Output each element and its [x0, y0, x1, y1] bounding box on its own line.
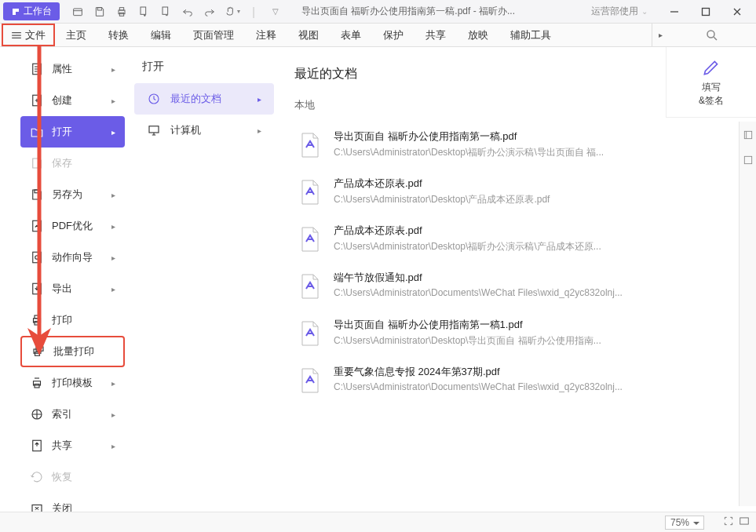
menu-overflow-arrow[interactable]: ▸ [652, 24, 668, 46]
recent-path: C:\Users\Administrator\Desktop\福昕办公演示稿\产… [334, 240, 641, 253]
menu-protect[interactable]: 保护 [372, 24, 415, 46]
document-title: 导出页面自 福昕办公使用指南第一稿.pdf - 福昕办... [301, 5, 515, 18]
file-print[interactable]: 打印 [20, 304, 125, 336]
close-button[interactable] [721, 1, 753, 23]
hand-icon[interactable]: ▾ [221, 2, 242, 22]
svg-rect-11 [35, 190, 39, 193]
redo-icon[interactable] [199, 2, 220, 22]
panel-icon-2[interactable] [743, 155, 754, 169]
file-share[interactable]: 共享▸ [20, 430, 125, 461]
menu-form[interactable]: 表单 [330, 24, 372, 46]
svg-point-14 [35, 256, 39, 260]
file-open[interactable]: 打开▸ [20, 116, 125, 148]
menu-file[interactable]: 文件 [2, 24, 55, 46]
chevron-right-icon: ▸ [257, 95, 261, 104]
remove-page-icon[interactable] [155, 2, 176, 22]
computer-item[interactable]: 计算机▸ [134, 115, 274, 146]
col2-title: 打开 [130, 60, 279, 83]
menu-share[interactable]: 共享 [415, 24, 457, 46]
divider: | [243, 2, 264, 22]
menu-convert[interactable]: 转换 [97, 24, 140, 46]
file-index[interactable]: 索引▸ [20, 399, 125, 430]
save-icon[interactable] [89, 2, 110, 22]
file-export[interactable]: 导出▸ [20, 273, 125, 304]
menu-tools[interactable]: 辅助工具 [499, 24, 562, 46]
file-menu-col3: 最近的文档 本地 导出页面自 福昕办公使用指南第一稿.pdf C:\Users\… [279, 47, 659, 530]
usage-dropdown[interactable]: 运营部使用⌄ [586, 3, 652, 20]
recent-item[interactable]: 导出页面自 福昕办公使用指南第一稿.pdf C:\Users\Administr… [294, 122, 644, 169]
minimize-button[interactable] [659, 1, 690, 23]
workbench-label: 工作台 [24, 5, 52, 18]
computer-label: 计算机 [170, 123, 201, 137]
chevron-right-icon: ▸ [111, 442, 115, 450]
maximize-button[interactable] [690, 1, 721, 23]
menu-home[interactable]: 主页 [55, 24, 97, 46]
pdf-icon [298, 365, 323, 396]
chevron-right-icon: ▸ [111, 191, 115, 199]
chevron-right-icon: ▸ [257, 126, 261, 135]
fit-page-icon[interactable] [723, 516, 734, 529]
menu-file-label: 文件 [25, 28, 46, 42]
open-icon[interactable] [68, 2, 88, 22]
file-action-wizard-label: 动作向导 [52, 250, 93, 264]
file-batch-print[interactable]: 批量打印 [20, 336, 125, 367]
zoom-select[interactable]: 75% [665, 516, 704, 530]
recent-item[interactable]: 端午节放假通知.pdf C:\Users\Administrator\Docum… [294, 263, 644, 310]
search-button[interactable] [668, 24, 756, 46]
file-action-wizard[interactable]: 动作向导▸ [20, 242, 125, 273]
svg-rect-6 [163, 7, 168, 14]
usage-label: 运营部使用 [591, 5, 638, 18]
recent-item[interactable]: 产品成本还原表.pdf C:\Users\Administrator\Deskt… [294, 216, 644, 263]
add-page-icon[interactable] [133, 2, 154, 22]
quick-access-toolbar: ▾ | ▽ [68, 2, 286, 22]
chevron-right-icon: ▸ [111, 97, 115, 105]
file-menu-panel: 属性▸ 创建▸ 打开▸ 保存 另存为▸ PDF优化▸ 动作向导▸ 导出▸ 打印 … [16, 47, 659, 530]
dropdown-icon[interactable]: ▽ [265, 2, 286, 22]
workbench-button[interactable]: 工作台 [3, 2, 60, 20]
print-icon[interactable] [111, 2, 132, 22]
recent-name: 重要气象信息专报 2024年第37期.pdf [334, 365, 641, 379]
svg-rect-18 [35, 322, 39, 326]
file-open-label: 打开 [52, 125, 72, 139]
svg-rect-7 [703, 8, 710, 15]
menu-annotate[interactable]: 注释 [245, 24, 287, 46]
menubar: 文件 主页 转换 编辑 页面管理 注释 视图 表单 保护 共享 放映 辅助工具 … [0, 24, 756, 47]
svg-rect-1 [97, 7, 101, 9]
fullscreen-icon[interactable] [739, 516, 750, 529]
file-print-label: 打印 [52, 313, 72, 327]
pdf-icon [298, 177, 323, 208]
recent-path: C:\Users\Administrator\Desktop\产品成本还原表.p… [334, 193, 641, 206]
chevron-right-icon: ▸ [111, 410, 115, 419]
svg-rect-21 [35, 352, 40, 356]
recent-name: 产品成本还原表.pdf [334, 224, 641, 238]
file-create[interactable]: 创建▸ [20, 85, 125, 116]
recent-path: C:\Users\Administrator\Documents\WeChat … [334, 381, 641, 392]
file-print-template[interactable]: 打印模板▸ [20, 367, 125, 399]
file-optimize[interactable]: PDF优化▸ [20, 210, 125, 242]
recent-path: C:\Users\Administrator\Desktop\福昕办公演示稿\导… [334, 146, 641, 159]
menu-play[interactable]: 放映 [457, 24, 499, 46]
sign-label: &签名 [699, 94, 724, 107]
recent-docs-item[interactable]: 最近的文档▸ [134, 83, 274, 115]
file-save-as[interactable]: 另存为▸ [20, 179, 125, 210]
undo-icon[interactable] [177, 2, 198, 22]
pen-icon [701, 57, 721, 78]
file-properties[interactable]: 属性▸ [20, 53, 125, 85]
file-menu-col1: 属性▸ 创建▸ 打开▸ 保存 另存为▸ PDF优化▸ 动作向导▸ 导出▸ 打印 … [16, 47, 130, 530]
menu-edit[interactable]: 编辑 [140, 24, 182, 46]
menu-view[interactable]: 视图 [287, 24, 330, 46]
fill-sign-button[interactable]: 填写 &签名 [666, 47, 756, 118]
recent-item[interactable]: 产品成本还原表.pdf C:\Users\Administrator\Deskt… [294, 169, 644, 216]
recent-name: 产品成本还原表.pdf [334, 177, 641, 191]
chevron-right-icon: ▸ [111, 65, 115, 74]
panel-icon-1[interactable] [743, 129, 754, 144]
svg-rect-3 [119, 7, 123, 9]
titlebar: 工作台 ▾ | ▽ 导出页面自 福昕办公使用指南第一稿.pdf - 福昕办...… [0, 0, 756, 24]
file-menu-col2: 打开 最近的文档▸ 计算机▸ [130, 47, 279, 530]
menu-page-manage[interactable]: 页面管理 [182, 24, 245, 46]
svg-rect-0 [74, 9, 82, 16]
svg-point-8 [707, 31, 714, 38]
recent-item[interactable]: 重要气象信息专报 2024年第37期.pdf C:\Users\Administ… [294, 357, 644, 404]
file-optimize-label: PDF优化 [52, 219, 93, 233]
recent-item[interactable]: 导出页面自 福昕办公使用指南第一稿1.pdf C:\Users\Administ… [294, 310, 644, 357]
